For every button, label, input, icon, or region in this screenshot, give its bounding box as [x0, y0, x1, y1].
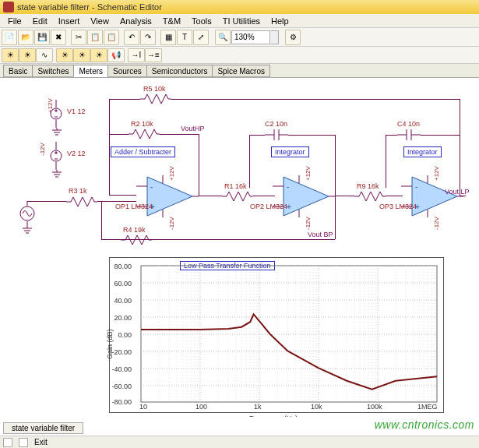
net-op2-p12: +12V: [305, 166, 312, 181]
gnd-1: [51, 128, 62, 137]
label-c2: C2 10n: [265, 120, 287, 128]
svg-text:-: -: [150, 182, 153, 191]
label-op1: OP1 LM324: [115, 203, 153, 210]
gnd-src: [22, 226, 33, 235]
node-voutbp: Vout BP: [308, 231, 333, 238]
xlabel: Frequency (Hz): [249, 414, 298, 417]
svg-text:-: -: [415, 182, 417, 191]
menu-bar: File Edit Insert View Analysis T&M Tools…: [0, 14, 479, 28]
net-op2-n12: -12V: [305, 217, 312, 230]
menu-view[interactable]: View: [86, 16, 114, 26]
label-c4: C4 10n: [397, 120, 420, 128]
menu-tools[interactable]: Tools: [187, 16, 217, 26]
app-icon: [3, 2, 14, 12]
watermark: www.cntronics.com: [375, 418, 474, 431]
block-int2: Integrator: [403, 146, 442, 157]
tab-basic[interactable]: Basic: [3, 65, 33, 77]
toolbar-btn-5[interactable]: ✂: [71, 30, 86, 45]
tab-sources[interactable]: Sources: [107, 65, 147, 77]
ana-btn-1[interactable]: ☀: [2, 48, 19, 62]
opamp-op1[interactable]: - +: [136, 175, 199, 217]
resistor-r9[interactable]: [354, 191, 386, 202]
toolbar-btn-13[interactable]: ⚙: [285, 30, 301, 45]
component-tabstrip: Basic Switches Meters Sources Semiconduc…: [0, 64, 479, 78]
toolbar-btn-11[interactable]: T: [177, 30, 192, 45]
status-bar: Exit: [0, 436, 479, 448]
menu-file[interactable]: File: [3, 16, 26, 26]
status-icon-2[interactable]: [19, 438, 28, 447]
menu-tiutil[interactable]: TI Utilities: [218, 16, 265, 26]
toolbar-btn-1[interactable]: 📄: [2, 30, 17, 45]
toolbar-analysis: ☀ ☀ ∿ ☀ ☀ ☀ 📢 →I →≡: [0, 47, 479, 64]
label-v2: V2 12: [67, 150, 86, 157]
toolbar-btn-9[interactable]: ↷: [140, 30, 156, 45]
gnd-2: [51, 170, 62, 179]
net-op3-p12: +12V: [433, 166, 440, 181]
toolbar-btn-4[interactable]: ✖: [51, 30, 66, 45]
menu-insert[interactable]: Insert: [54, 16, 85, 26]
ana-btn-9[interactable]: →≡: [145, 48, 162, 62]
menu-help[interactable]: Help: [266, 16, 294, 26]
label-v1: V1 12: [67, 108, 86, 115]
net-op1-n12: -12V: [168, 217, 175, 230]
schematic-canvas[interactable]: +12V V1 12 -12V V2 12 R3 1k R5 10k R2 10…: [0, 78, 479, 417]
tab-spice-macros[interactable]: Spice Macros: [212, 65, 270, 77]
tab-meters[interactable]: Meters: [73, 65, 108, 77]
toolbar-btn-7[interactable]: 📋: [104, 30, 119, 45]
ana-btn-5[interactable]: ☀: [73, 48, 90, 62]
resistor-r2[interactable]: [129, 129, 160, 139]
zoom-level[interactable]: 130%: [231, 30, 270, 44]
net-n12v-top: -12V: [39, 143, 46, 156]
opamp-op3[interactable]: - +: [401, 175, 463, 217]
zoom-out-icon[interactable]: 🔍: [215, 30, 231, 45]
toolbar-btn-6[interactable]: 📋: [87, 30, 103, 45]
plot-svg: [110, 258, 445, 414]
node-voutlp: Vout LP: [445, 188, 470, 196]
vsrc-v2[interactable]: [47, 142, 65, 171]
zoom-dropdown-icon[interactable]: [271, 30, 279, 44]
label-r9: R9 16k: [357, 182, 379, 190]
toolbar-btn-3[interactable]: 💾: [34, 30, 50, 45]
net-op1-p12: +12V: [168, 166, 175, 181]
toolbar-btn-10[interactable]: ▦: [160, 30, 176, 45]
resistor-r3[interactable]: [66, 196, 97, 207]
status-icon-1[interactable]: [3, 438, 12, 447]
label-r3: R3 1k: [69, 187, 87, 195]
tab-semiconductors[interactable]: Semiconductors: [146, 65, 213, 77]
ana-btn-2[interactable]: ☀: [19, 48, 36, 62]
cap-c2[interactable]: [265, 129, 288, 143]
ana-btn-6[interactable]: ☀: [90, 48, 107, 62]
label-r5: R5 10k: [143, 85, 166, 93]
title-bar: state variable filterr - Schematic Edito…: [0, 0, 479, 14]
doc-tab[interactable]: state variable filter: [3, 422, 83, 434]
resistor-r1[interactable]: [222, 191, 253, 202]
label-r1: R1 16k: [224, 182, 247, 190]
ana-btn-4[interactable]: ☀: [56, 48, 73, 62]
opamp-op2[interactable]: - +: [273, 175, 335, 217]
toolbar-btn-2[interactable]: 📂: [18, 30, 33, 45]
toolbar-btn-12[interactable]: ⤢: [193, 30, 209, 45]
cap-c4[interactable]: [397, 129, 421, 143]
ana-btn-7[interactable]: 📢: [107, 48, 125, 62]
svg-text:-: -: [287, 182, 289, 191]
ana-btn-8[interactable]: →I: [128, 48, 145, 62]
source-sine[interactable]: [19, 201, 36, 228]
resistor-r5[interactable]: [140, 93, 171, 104]
resistor-r4[interactable]: [121, 235, 152, 245]
label-r2: R2 10k: [131, 120, 153, 128]
ana-btn-3[interactable]: ∿: [36, 48, 53, 62]
tab-switches[interactable]: Switches: [32, 65, 74, 77]
menu-analysis[interactable]: Analysis: [115, 16, 157, 26]
block-int1: Integrator: [271, 146, 309, 157]
menu-edit[interactable]: Edit: [28, 16, 52, 26]
toolbar-btn-8[interactable]: ↶: [124, 30, 139, 45]
label-r4: R4 19k: [123, 226, 146, 234]
vsrc-v1[interactable]: [47, 100, 65, 129]
window-title: state variable filterr - Schematic Edito…: [17, 2, 162, 12]
plot-area[interactable]: Low Pass Transfer Function 80.00 60.00 4…: [109, 257, 444, 413]
label-op2: OP2 LM324: [250, 203, 287, 210]
block-adder: Adder / Subtracter: [111, 146, 175, 157]
menu-tm[interactable]: T&M: [158, 16, 185, 26]
node-vouthp: VoutHP: [181, 125, 205, 132]
label-op3: OP3 LM324: [379, 203, 417, 210]
